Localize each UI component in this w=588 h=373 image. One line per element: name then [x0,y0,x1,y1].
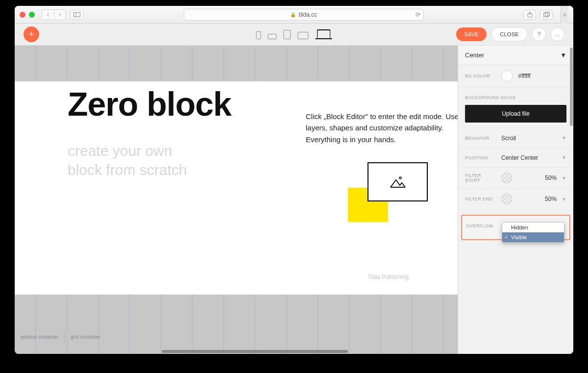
footer-labels: window container grid container [15,329,106,344]
properties-panel: Center ▼ BG COLOR #ffffff BACKGROUND IMA… [458,46,573,354]
editor-toolbar: + SAVE CLOSE ? … [15,24,573,46]
device-preview-switcher [256,29,332,39]
browser-window: ‹ › 🔒 tilda.cc ⟳ + + [15,6,573,354]
subtitle-text[interactable]: create your own block from scratch [68,141,231,179]
chevron-down-icon: ▼ [562,175,566,181]
behavior-label: BEHAVIOR [465,136,496,141]
image-placeholder[interactable] [368,162,428,201]
filter-start-row[interactable]: FILTER START 50% ▼ [458,168,573,189]
bgcolor-swatch[interactable] [501,70,513,82]
add-element-button[interactable]: + [24,26,39,42]
address-bar-wrap: 🔒 tilda.cc ⟳ [88,9,519,21]
help-button[interactable]: ? [532,27,546,41]
position-label: POSITION [465,155,496,160]
panel-scrollbar[interactable] [570,48,573,126]
device-desktop-icon[interactable] [316,29,332,39]
traffic-lights [20,12,35,18]
headline-text[interactable]: Zero block [68,87,231,121]
subtitle-line1: create your own [68,143,172,159]
chevron-down-icon: ▼ [562,135,566,141]
device-phone-icon[interactable] [256,31,261,39]
chevron-down-icon: ▼ [560,51,566,59]
tabs-icon[interactable] [540,10,553,20]
close-window-icon[interactable] [20,12,25,18]
more-button[interactable]: … [551,27,564,41]
subtitle-line2: block from scratch [68,162,187,178]
lock-icon: 🔒 [290,12,296,17]
device-tablet-landscape-icon[interactable] [298,32,309,39]
address-bar[interactable]: 🔒 tilda.cc ⟳ [184,9,424,21]
overflow-option-hidden[interactable]: Hidden [502,223,564,232]
window-container-label[interactable]: window container [15,331,65,343]
browser-right-buttons [523,10,553,20]
filter-start-label: FILTER START [465,173,496,183]
content-group: Zero block create your own block from sc… [68,87,231,300]
workspace: Zero block create your own block from sc… [15,46,573,354]
transparency-swatch-icon[interactable] [501,194,512,204]
position-value: Center Center [501,154,557,161]
fullscreen-window-icon[interactable] [29,12,35,18]
svg-rect-5 [545,12,549,16]
description-text[interactable]: Click „Block Editor" to enter the edit m… [306,111,458,145]
filter-end-row[interactable]: FILTER END 50% ▼ [458,189,573,210]
close-button[interactable]: CLOSE [491,27,527,41]
share-icon[interactable] [523,10,536,20]
overflow-dropdown[interactable]: Hidden Visible [502,222,564,243]
credit-text[interactable]: Tilda Publishing [368,274,409,280]
behavior-row[interactable]: BEHAVIOR Scroll ▼ [458,128,573,148]
nav-buttons: ‹ › [42,9,66,20]
url-text: tilda.cc [299,11,317,18]
new-tab-button[interactable]: + [561,6,568,24]
bgcolor-label: BG COLOR [465,74,496,78]
device-tablet-icon[interactable] [284,30,291,39]
bgcolor-value: #ffffff [518,73,566,79]
canvas[interactable]: Zero block create your own block from sc… [15,46,458,354]
filter-end-label: FILTER END [465,197,496,201]
svg-rect-4 [543,13,548,17]
align-value: Center [465,51,484,59]
device-phone-landscape-icon[interactable] [268,34,277,39]
chevron-down-icon: ▼ [562,197,566,202]
back-button[interactable]: ‹ [42,10,54,20]
browser-chrome: ‹ › 🔒 tilda.cc ⟳ + [15,6,573,24]
toolbar-actions: SAVE CLOSE ? … [456,27,564,41]
chevron-down-icon: ▼ [562,155,566,160]
bg-image-heading: BACKGROUND IMAGE [458,87,573,105]
overflow-option-visible[interactable]: Visible [502,232,564,242]
behavior-value: Scroll [501,135,557,142]
svg-point-6 [399,177,401,179]
reload-icon[interactable]: ⟳ [416,11,420,18]
position-row[interactable]: POSITION Center Center ▼ [458,148,573,168]
bgcolor-row[interactable]: BG COLOR #ffffff [458,65,573,87]
filter-end-value: 50% [517,196,557,202]
align-select[interactable]: Center ▼ [458,46,573,65]
horizontal-scrollbar[interactable] [162,350,348,353]
filter-start-value: 50% [517,174,557,181]
sidebar-toggle-icon[interactable] [70,10,84,20]
transparency-swatch-icon[interactable] [501,173,512,183]
svg-rect-0 [74,12,80,17]
upload-file-button[interactable]: Upload file [465,105,566,123]
forward-button[interactable]: › [54,10,66,20]
grid-container-label[interactable]: grid container [65,331,106,343]
overflow-section: OVERFLOW Hidden Visible [461,215,570,240]
image-icon [390,175,406,188]
save-button[interactable]: SAVE [456,27,487,41]
